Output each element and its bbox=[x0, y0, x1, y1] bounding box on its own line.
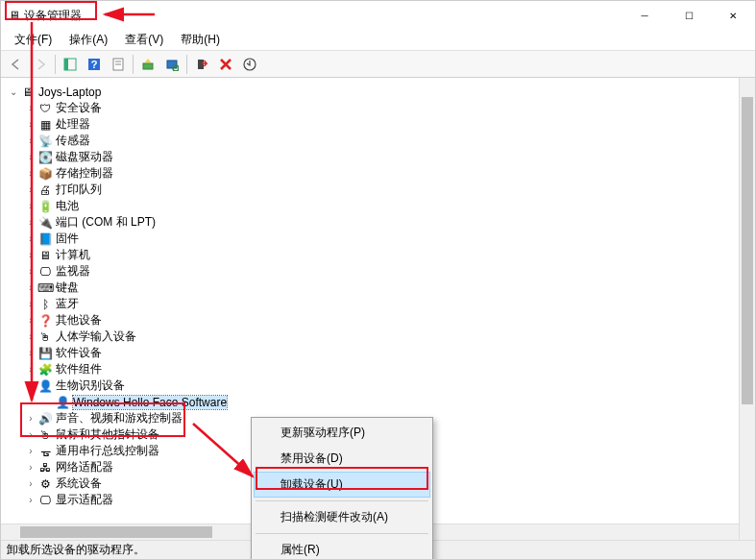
context-disable-device[interactable]: 禁用设备(D) bbox=[254, 446, 430, 472]
expander-icon[interactable]: › bbox=[24, 184, 37, 195]
shield-icon: 🛡 bbox=[37, 101, 53, 116]
sensor-icon: 📡 bbox=[37, 134, 53, 149]
tree-category[interactable]: ›❓其他设备 bbox=[7, 312, 755, 329]
network-icon: 🖧 bbox=[37, 460, 53, 475]
expander-icon[interactable]: › bbox=[24, 364, 37, 375]
expander-icon[interactable]: › bbox=[24, 299, 37, 309]
tree-node-label: Joys-Laptop bbox=[38, 85, 101, 99]
expander-icon[interactable]: › bbox=[24, 446, 37, 456]
minimize-button[interactable]: ─ bbox=[622, 1, 667, 30]
tree-category[interactable]: ›💾软件设备 bbox=[7, 345, 755, 361]
svg-rect-8 bbox=[167, 61, 177, 68]
hid-icon: 🖱 bbox=[37, 329, 53, 345]
biometric-icon: 👤 bbox=[37, 378, 53, 394]
tree-category[interactable]: ›🖱人体学输入设备 bbox=[7, 329, 755, 345]
tree-node-label: 打印队列 bbox=[56, 182, 102, 198]
toolbar-show-hide[interactable] bbox=[59, 53, 82, 76]
tree-category[interactable]: ›🧩软件组件 bbox=[7, 361, 755, 377]
storage-icon: 📦 bbox=[37, 166, 53, 182]
toolbar-help[interactable]: ? bbox=[83, 53, 106, 76]
vertical-scrollbar[interactable] bbox=[739, 78, 755, 540]
tree-node-label: 计算机 bbox=[56, 247, 90, 263]
expander-icon[interactable]: › bbox=[24, 168, 37, 179]
toolbar-update-driver[interactable] bbox=[136, 53, 159, 76]
toolbar-properties[interactable] bbox=[107, 53, 130, 76]
tree-node-label: 软件组件 bbox=[56, 361, 102, 377]
expander-icon[interactable]: › bbox=[24, 233, 37, 244]
tree-node-label: 监视器 bbox=[56, 263, 90, 280]
sound-icon: 🔊 bbox=[37, 411, 53, 426]
battery-icon: 🔋 bbox=[37, 199, 53, 214]
biometric-icon: 👤 bbox=[55, 395, 70, 410]
tree-category[interactable]: ›🖥计算机 bbox=[7, 247, 755, 263]
tree-category[interactable]: ›💽磁盘驱动器 bbox=[7, 149, 755, 165]
tree-node-label: 磁盘驱动器 bbox=[56, 149, 113, 165]
tree-category[interactable]: ›🔋电池 bbox=[7, 198, 755, 214]
firmware-icon: 📘 bbox=[37, 231, 53, 247]
maximize-button[interactable]: ☐ bbox=[667, 1, 711, 30]
toolbar-forward[interactable] bbox=[29, 53, 52, 76]
menu-help[interactable]: 帮助(H) bbox=[173, 30, 228, 50]
context-menu: 更新驱动程序(P) 禁用设备(D) 卸载设备(U) 扫描检测硬件改动(A) 属性… bbox=[251, 417, 433, 560]
context-scan-hardware[interactable]: 扫描检测硬件改动(A) bbox=[254, 504, 430, 530]
menu-action[interactable]: 操作(A) bbox=[61, 30, 115, 50]
window-title: 设备管理器 bbox=[24, 8, 82, 24]
other-icon: ❓ bbox=[37, 313, 53, 329]
expander-icon[interactable]: › bbox=[24, 152, 37, 162]
expander-icon[interactable]: › bbox=[24, 250, 37, 260]
toolbar-add-legacy[interactable] bbox=[238, 53, 261, 76]
tree-category[interactable]: ›⌨键盘 bbox=[7, 280, 755, 296]
tree-node-label: 固件 bbox=[56, 231, 79, 247]
tree-category[interactable]: ›▦处理器 bbox=[7, 116, 755, 133]
expander-icon[interactable]: › bbox=[24, 478, 37, 489]
context-uninstall-device[interactable]: 卸载设备(U) bbox=[254, 472, 430, 498]
svg-text:?: ? bbox=[91, 59, 98, 70]
expander-icon[interactable]: › bbox=[24, 331, 37, 342]
keyboard-icon: ⌨ bbox=[37, 280, 53, 296]
menu-file[interactable]: 文件(F) bbox=[7, 30, 60, 50]
close-button[interactable]: ✕ bbox=[711, 1, 755, 30]
expander-icon[interactable]: › bbox=[24, 495, 37, 505]
context-separator bbox=[256, 500, 428, 501]
expander-icon[interactable]: › bbox=[24, 201, 37, 211]
tree-category[interactable]: ›🖵监视器 bbox=[7, 263, 755, 280]
tree-node-label: Windows Hello Face Software bbox=[73, 396, 227, 409]
menu-view[interactable]: 查看(V) bbox=[117, 30, 171, 50]
toolbar-disable[interactable] bbox=[190, 53, 213, 76]
status-text: 卸载所选设备的驱动程序。 bbox=[7, 542, 145, 558]
bluetooth-icon: ᛒ bbox=[37, 297, 53, 312]
expander-icon[interactable]: › bbox=[24, 217, 37, 228]
context-update-driver[interactable]: 更新驱动程序(P) bbox=[254, 420, 430, 446]
expander-icon[interactable]: › bbox=[24, 429, 37, 440]
toolbar-back[interactable] bbox=[5, 53, 28, 76]
mouse-icon: 🖱 bbox=[37, 427, 53, 443]
expander-icon[interactable]: ⌄ bbox=[24, 380, 37, 391]
tree-category-biometric[interactable]: ⌄👤生物识别设备 bbox=[7, 377, 755, 394]
toolbar-scan-hardware[interactable] bbox=[160, 53, 183, 76]
tree-category[interactable]: ›ᛒ蓝牙 bbox=[7, 296, 755, 312]
tree-root[interactable]: ⌄🖥Joys-Laptop bbox=[7, 84, 755, 100]
expander-icon[interactable]: › bbox=[24, 348, 37, 358]
tree-category[interactable]: ›📡传感器 bbox=[7, 133, 755, 149]
tree-category[interactable]: ›🛡安全设备 bbox=[7, 100, 755, 116]
expander-icon[interactable]: › bbox=[24, 315, 37, 326]
expander-icon[interactable]: › bbox=[24, 266, 37, 277]
tree-node-label: 存储控制器 bbox=[56, 165, 113, 182]
tree-category[interactable]: ›🖨打印队列 bbox=[7, 182, 755, 198]
expander-icon[interactable]: › bbox=[24, 413, 37, 424]
tree-node-label: 键盘 bbox=[56, 280, 79, 296]
tree-node-label: 网络适配器 bbox=[56, 459, 113, 475]
tree-category[interactable]: ›📦存储控制器 bbox=[7, 165, 755, 182]
toolbar-uninstall[interactable] bbox=[214, 53, 237, 76]
expander-icon[interactable]: ⌄ bbox=[7, 86, 20, 97]
expander-icon[interactable]: › bbox=[24, 135, 37, 146]
context-properties[interactable]: 属性(R) bbox=[254, 537, 430, 560]
tree-category[interactable]: ›📘固件 bbox=[7, 231, 755, 247]
tree-category[interactable]: ›🔌端口 (COM 和 LPT) bbox=[7, 214, 755, 231]
expander-icon[interactable]: › bbox=[24, 462, 37, 473]
tree-item-hello-face[interactable]: 👤Windows Hello Face Software bbox=[7, 394, 755, 410]
display-icon: 🖵 bbox=[37, 493, 53, 508]
expander-icon[interactable]: › bbox=[24, 103, 37, 113]
expander-icon[interactable]: › bbox=[24, 282, 37, 293]
expander-icon[interactable]: › bbox=[24, 119, 37, 130]
